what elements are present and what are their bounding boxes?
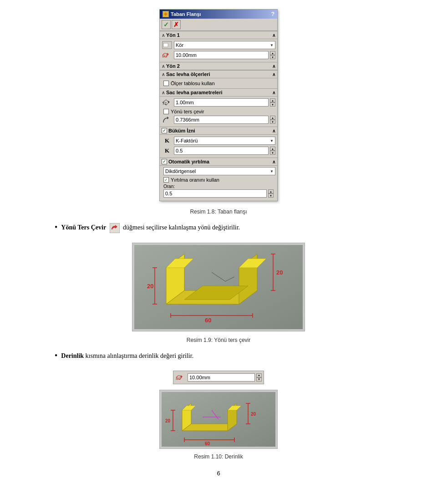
oran-spin-up[interactable]: ▲ <box>268 189 274 193</box>
bend-input[interactable]: 0.7366mm <box>174 116 269 124</box>
derinlik-spin-down[interactable]: ▼ <box>256 377 262 382</box>
bullet-item-1: • Yönü Ters Çevir düğmesi seçilirse kalı… <box>55 223 382 233</box>
svg-text:20: 20 <box>251 412 256 417</box>
shape-select[interactable]: Dikdörtgensel ▼ <box>163 167 275 175</box>
thickness-spin-down[interactable]: ▼ <box>270 102 275 107</box>
bend-spin-down[interactable]: ▼ <box>270 120 275 124</box>
thickness-spin-up[interactable]: ▲ <box>270 98 275 102</box>
k-value-spin-down[interactable]: ▼ <box>270 151 275 155</box>
bukum-type-select[interactable]: K-Faktörü ▼ <box>174 137 275 145</box>
otomatik-collapse-icon[interactable]: ∧ <box>272 159 275 164</box>
check-icon: ✓ <box>163 21 169 28</box>
oran-value-input[interactable]: 0.5 <box>163 189 267 198</box>
otomatik-content: Dikdörtgensel ▼ Yırtılma oranını kullan … <box>160 166 277 201</box>
yon1-type-row: Kör ▼ <box>162 41 275 50</box>
oran-checkbox[interactable] <box>163 177 169 183</box>
yon1-depth-spin-down[interactable]: ▼ <box>270 55 275 59</box>
yon1-depth-spinner[interactable]: ▲ ▼ <box>270 51 275 59</box>
k-value-row: K 0.5 ▲ ▼ <box>162 146 275 155</box>
yon1-type-select[interactable]: Kör ▼ <box>174 41 275 49</box>
sac-olcer-label: Sac levha ölçerleri <box>166 71 210 77</box>
sac-olcer-section-header: ∧ Sac levha ölçerleri ∧ <box>160 70 277 78</box>
bullet-dot-1: • <box>55 223 57 233</box>
otomatik-section-header: Otomatik yırtılma ∧ <box>160 158 277 166</box>
yon2-label: Yön 2 <box>166 63 180 69</box>
thickness-input[interactable]: 1.00mm <box>174 98 269 107</box>
sac-param-expand-icon[interactable]: ∧ <box>162 90 165 95</box>
sac-param-collapse-icon[interactable]: ∧ <box>272 90 275 95</box>
yonu-ters-bold: Yönü Ters Çevir <box>61 224 106 231</box>
svg-rect-5 <box>110 223 120 233</box>
diagram-yon-ters: 20 20 60 <box>132 243 305 331</box>
yon2-collapse-icon[interactable]: ∧ <box>272 64 275 69</box>
caption-resim19: Resim 1.9: Yönü ters çevir <box>187 337 251 343</box>
d1-icon: D1 <box>162 51 173 60</box>
yon1-depth-input[interactable]: 10.00mm <box>174 51 269 59</box>
svg-rect-2 <box>163 43 168 47</box>
svg-text:60: 60 <box>205 317 211 324</box>
k-icon: K <box>162 136 173 145</box>
dialog-title-icon <box>163 11 169 17</box>
yonu-ters-cevir-icon <box>110 223 120 233</box>
yon1-depth-row: D1 10.00mm ▲ ▼ <box>162 51 275 60</box>
yon2-section-header: ∧ Yön 2 ∧ <box>160 62 277 70</box>
oran-checkbox-row: Yırtılma oranını kullan <box>162 176 275 183</box>
bukum-type-row: K K-Faktörü ▼ <box>162 136 275 145</box>
otomatik-checkbox[interactable] <box>162 159 167 164</box>
bend-spinner[interactable]: ▲ ▼ <box>270 116 275 124</box>
sac-olcer-content: Ölçer tablosu kullan <box>160 78 277 88</box>
bullet-text-2: Derinlik kısmına alınlaştırma derinlik d… <box>61 351 193 361</box>
ok-button[interactable]: ✓ <box>162 20 171 29</box>
yonu-ters-checkbox[interactable] <box>163 109 169 114</box>
yonu-ters-row: Yönü ters çevir <box>162 108 275 115</box>
bukum-label: Büküm İzni <box>168 128 195 133</box>
bend-icon <box>162 115 173 124</box>
k-value-spinner[interactable]: ▲ ▼ <box>270 147 275 155</box>
sac-param-section-header: ∧ Sac levha parametreleri ∧ <box>160 88 277 97</box>
olcer-tablosu-checkbox[interactable] <box>163 81 169 86</box>
sac-olcer-expand-icon[interactable]: ∧ <box>162 72 165 77</box>
oran-spinner[interactable]: ▲ ▼ <box>268 189 274 198</box>
shape-select-arrow: ▼ <box>270 169 274 173</box>
cancel-button[interactable]: ✗ <box>172 20 181 29</box>
caption-resim18: Resim 1.8: Taban flanşı <box>190 209 247 215</box>
sac-olcer-collapse-icon[interactable]: ∧ <box>272 72 275 77</box>
derinlik-input[interactable]: 10.00mm <box>188 373 255 382</box>
derinlik-d1-icon: D1 <box>175 373 186 382</box>
svg-text:60: 60 <box>205 441 210 446</box>
yon1-type-select-arrow: ▼ <box>270 43 274 47</box>
yon1-expand-icon[interactable]: ∧ <box>162 33 165 38</box>
k-value-icon: K <box>162 146 173 155</box>
dialog-title-text: Taban Flanşı <box>171 11 201 17</box>
oran-row: Oran: 0.5 ▲ ▼ <box>162 183 275 199</box>
bukum-collapse-icon[interactable]: ∧ <box>272 128 275 133</box>
yon1-content: Kör ▼ D1 10.00mm ▲ ▼ <box>160 39 277 62</box>
derinlik-field-panel: D1 10.00mm ▲ ▼ <box>173 371 264 384</box>
k-value-spin-up[interactable]: ▲ <box>270 147 275 151</box>
page-number: 6 <box>217 470 220 477</box>
dialog-title-bar: Taban Flanşı ? <box>160 10 277 19</box>
svg-text:20: 20 <box>165 418 171 423</box>
dialog-help-icon[interactable]: ? <box>271 11 274 17</box>
bend-spin-up[interactable]: ▲ <box>270 116 275 120</box>
bullet-text-1: Yönü Ters Çevir düğmesi seçilirse kalınl… <box>61 223 240 233</box>
yon1-depth-spin-up[interactable]: ▲ <box>270 51 275 55</box>
yon2-expand-icon[interactable]: ∧ <box>162 64 165 69</box>
oran-spin-down[interactable]: ▼ <box>268 193 274 198</box>
oran-label: Oran: <box>163 184 274 189</box>
bukum-checkbox[interactable] <box>162 128 167 133</box>
derinlik-spinner[interactable]: ▲ ▼ <box>256 373 262 382</box>
bukum-content: K K-Faktörü ▼ K 0.5 ▲ ▼ <box>160 135 277 158</box>
thickness-spinner[interactable]: ▲ ▼ <box>270 98 275 107</box>
bukum-section-header: Büküm İzni ∧ <box>160 127 277 135</box>
sac-param-label: Sac levha parametreleri <box>166 90 223 95</box>
derinlik-spin-up[interactable]: ▲ <box>256 373 262 377</box>
thickness-row: T1 1.00mm ▲ ▼ <box>162 98 275 107</box>
bullet-section-2: • Derinlik kısmına alınlaştırma derinlik… <box>36 349 401 367</box>
yon1-collapse-icon[interactable]: ∧ <box>272 33 275 38</box>
sac-param-content: T1 1.00mm ▲ ▼ Yönü ters çevir <box>160 97 277 127</box>
k-value-input[interactable]: 0.5 <box>174 147 269 155</box>
otomatik-label: Otomatik yırtılma <box>168 159 209 164</box>
bullet-dot-2: • <box>55 351 57 361</box>
yon1-label: Yön 1 <box>166 32 180 38</box>
